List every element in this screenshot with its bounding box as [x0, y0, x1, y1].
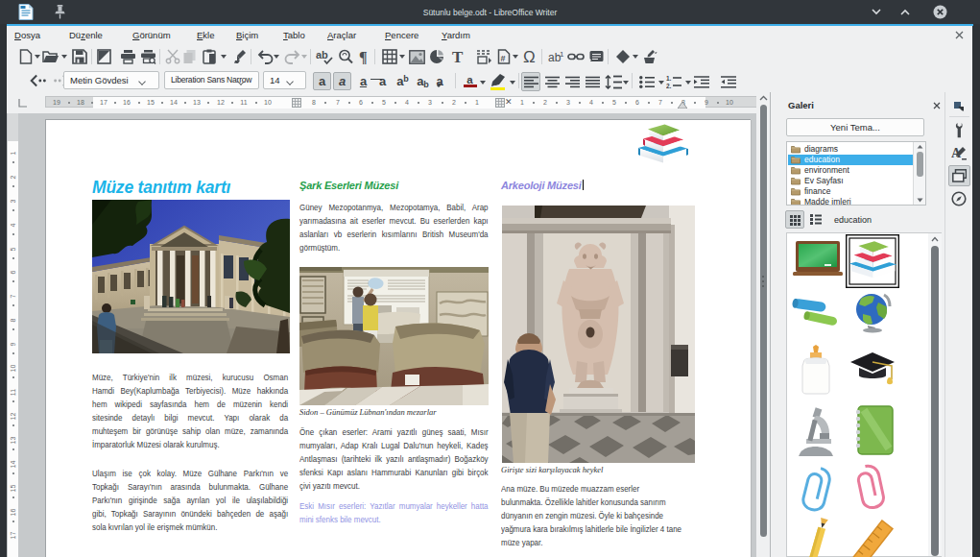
- svg-text:T: T: [452, 49, 464, 64]
- svg-text:2.: 2.: [666, 83, 672, 89]
- svg-text:#: #: [501, 54, 506, 63]
- svg-text:Ω: Ω: [523, 49, 536, 65]
- svg-text:1: 1: [560, 50, 564, 59]
- svg-text:1.: 1.: [666, 75, 672, 82]
- svg-text:¶: ¶: [359, 49, 368, 64]
- svg-text:ab: ab: [316, 49, 328, 61]
